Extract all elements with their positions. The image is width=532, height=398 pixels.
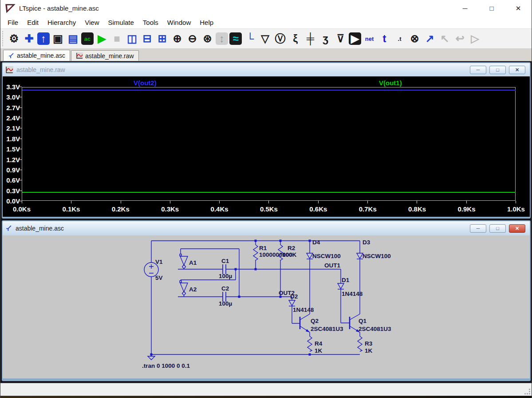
out1-net-label[interactable]: OUT1 (324, 262, 340, 269)
resistor-r3[interactable] (358, 336, 362, 351)
menu-item[interactable]: File (3, 17, 23, 28)
c1-label[interactable]: C1 (221, 258, 229, 264)
d1-label[interactable]: D1 (342, 277, 350, 283)
d4-label[interactable]: D4 (312, 239, 320, 246)
a2-label[interactable]: A2 (189, 286, 197, 293)
place-inductor-icon[interactable]: ʒ (319, 32, 332, 46)
a1-label[interactable]: A1 (189, 259, 197, 266)
legend-v-out1[interactable]: V(out1) (379, 79, 402, 87)
autorange-icon[interactable]: ↕ (216, 32, 228, 45)
menu-item[interactable]: Window (163, 17, 195, 28)
menu-item[interactable]: Help (195, 17, 218, 28)
r1-label[interactable]: R1 (259, 245, 267, 251)
v1-value-label[interactable]: 5V (155, 275, 163, 281)
d3-label[interactable]: D3 (363, 239, 370, 246)
transistor-q2[interactable] (300, 314, 310, 336)
paste-icon[interactable]: ▷ (468, 32, 482, 46)
c2-value-label[interactable]: 100µ (219, 300, 232, 307)
save-icon[interactable]: ▣ (51, 32, 65, 46)
diode-d1[interactable] (338, 283, 344, 289)
minimize-button[interactable]: ─ (470, 224, 486, 233)
zoom-full-extents-icon[interactable]: ⊛ (201, 32, 214, 46)
r2-label[interactable]: R2 (288, 245, 295, 251)
maximize-button[interactable]: □ (478, 4, 505, 12)
zoom-out-icon[interactable]: ⊖ (185, 32, 199, 46)
d4-model-label[interactable]: NSCW100 (312, 253, 341, 259)
print-icon[interactable]: ▤ (66, 32, 80, 46)
schematic-window-titlebar[interactable]: astable_mine.asc ─ □ ✕ (3, 221, 530, 235)
spice-directive-icon[interactable]: .t (393, 32, 406, 46)
title-bar[interactable]: LTspice - astable_mine.asc ─ □ ✕ (0, 0, 532, 16)
menu-item[interactable]: View (80, 17, 103, 28)
place-text-icon[interactable]: t (378, 32, 391, 46)
d2-model-label[interactable]: 1N4148 (293, 306, 314, 313)
v1-label[interactable]: V1 (155, 259, 163, 265)
place-capacitor-icon[interactable]: ╪ (303, 32, 317, 46)
menu-item[interactable]: Tools (138, 17, 163, 28)
menu-item[interactable]: Hierarchy (43, 17, 80, 28)
trace-v-out2[interactable] (22, 90, 516, 91)
q2-model-label[interactable]: 2SC4081U3 (311, 326, 343, 332)
tile-vertical-icon[interactable]: ◫ (125, 32, 139, 46)
edit-simulation-cmd-icon[interactable]: ac (81, 32, 94, 45)
c2-label[interactable]: C2 (221, 285, 229, 292)
close-button[interactable]: ✕ (509, 224, 525, 233)
waveform-window[interactable]: astable_mine.raw ─ □ ✕ V(out2) V(out1) 3… (2, 62, 531, 219)
d2-label[interactable]: D2 (290, 293, 298, 300)
diode-d4[interactable] (307, 253, 313, 259)
find-icon[interactable]: ↖ (438, 32, 452, 46)
duplicate-icon[interactable]: ↗ (423, 32, 437, 46)
restore-button[interactable]: □ (489, 224, 506, 233)
tab-astable-mine-asc[interactable]: astable_mine.asc (3, 50, 70, 61)
diode-d2[interactable] (289, 300, 295, 306)
new-schematic-icon[interactable]: ✚ (22, 32, 36, 46)
run-icon[interactable]: ▶ (95, 32, 109, 46)
delete-icon[interactable]: ⊗ (408, 32, 422, 46)
waveform-window-titlebar[interactable]: astable_mine.raw ─ □ ✕ (3, 63, 530, 76)
zoom-in-icon[interactable]: ⊕ (170, 32, 184, 46)
c1-value-label[interactable]: 100µ (219, 273, 232, 279)
r4-value-label[interactable]: 1K (315, 347, 323, 354)
place-ground-icon[interactable]: ▽ (258, 32, 272, 46)
resistor-r1[interactable] (253, 245, 258, 260)
place-resistor-icon[interactable]: ξ (288, 32, 302, 46)
menu-item[interactable]: Simulate (103, 17, 138, 28)
minimize-button[interactable]: ─ (470, 66, 486, 74)
net-label-icon[interactable]: net (363, 32, 376, 46)
q1-model-label[interactable]: 2SC4081U3 (359, 326, 391, 332)
q2-label[interactable]: Q2 (311, 318, 319, 324)
inverter-a1[interactable] (180, 254, 188, 269)
close-button[interactable]: ✕ (509, 66, 525, 74)
schematic-canvas[interactable]: V1 5V A1 A2 C1 100µ C2 100µ R1 100000000… (3, 235, 530, 378)
tab-astable-mine-raw[interactable]: astable_mine.raw (71, 50, 139, 61)
drag-icon[interactable]: ↩ (453, 32, 467, 46)
waveform-plot[interactable]: V(out2) V(out1) 3.3V 3.0V 2.7V 2.4V 2.1V (3, 76, 530, 217)
trace-v-out1[interactable] (22, 192, 516, 193)
toolbar-grip[interactable] (2, 31, 5, 46)
r3-value-label[interactable]: 1K (365, 347, 373, 354)
q1-label[interactable]: Q1 (359, 318, 367, 324)
plot-settings-icon[interactable]: ≈ (229, 32, 242, 45)
diode-d3[interactable] (357, 253, 363, 259)
schematic-window[interactable]: astable_mine.asc ─ □ ✕ (2, 220, 531, 381)
r4-label[interactable]: R4 (315, 340, 323, 347)
place-diode-icon[interactable]: ⊽ (334, 32, 347, 46)
place-component-icon[interactable]: ▶ (349, 32, 361, 45)
legend-v-out2[interactable]: V(out2) (134, 79, 157, 87)
minimize-button[interactable]: ─ (452, 4, 478, 12)
inverter-a2[interactable] (180, 281, 188, 295)
d3-model-label[interactable]: NSCW100 (363, 253, 391, 259)
resize-grip[interactable] (524, 388, 530, 394)
d1-model-label[interactable]: 1N4148 (342, 291, 363, 297)
control-panel-icon[interactable]: ⚙ (7, 32, 21, 46)
r2-value-label[interactable]: 100K (282, 251, 297, 258)
restore-button[interactable]: □ (489, 66, 506, 74)
cascade-windows-icon[interactable]: ⊞ (155, 32, 169, 46)
resistor-r4[interactable] (307, 336, 312, 351)
menu-item[interactable]: Edit (23, 17, 43, 28)
tile-horizontal-icon[interactable]: ⊟ (140, 32, 154, 46)
place-label-icon[interactable]: Ⓥ (273, 32, 287, 46)
r3-label[interactable]: R3 (365, 340, 373, 347)
spice-directive-text[interactable]: .tran 0 1000 0 0.1 (142, 362, 190, 369)
draw-wire-icon[interactable]: └ (243, 32, 257, 46)
